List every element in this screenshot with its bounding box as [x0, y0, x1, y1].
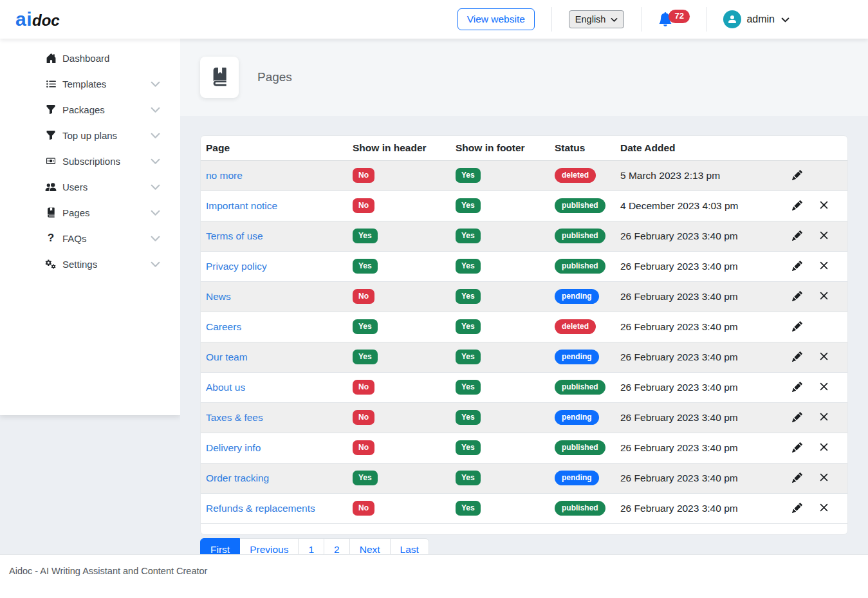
date-added: 26 February 2023 3:40 pm [615, 251, 786, 281]
sidebar-item-packages[interactable]: Packages [0, 97, 180, 122]
page-link[interactable]: Privacy policy [206, 261, 267, 272]
sidebar-item-dashboard[interactable]: Dashboard [0, 45, 180, 71]
sidebar-item-faqs[interactable]: ?FAQs [0, 225, 180, 251]
date-added: 26 February 2023 3:40 pm [615, 221, 786, 251]
edit-icon[interactable] [791, 441, 804, 454]
chevron-down-icon [150, 182, 161, 192]
pagination: FirstPrevious12NextLast [200, 538, 848, 555]
page-title: Pages [257, 70, 292, 84]
edit-icon[interactable] [791, 350, 804, 363]
status-badge: pending [555, 471, 599, 485]
pagination-next[interactable]: Next [349, 538, 391, 555]
delete-icon[interactable] [818, 381, 829, 392]
date-added: 26 February 2023 3:40 pm [615, 433, 786, 463]
pagination-previous[interactable]: Previous [239, 538, 299, 555]
date-added: 26 February 2023 3:40 pm [615, 342, 786, 372]
page-link[interactable]: Terms of use [206, 230, 263, 241]
show-in-header-badge: Yes [353, 229, 378, 243]
delete-icon[interactable] [818, 442, 829, 453]
page-link[interactable]: no more [206, 170, 243, 181]
show-in-header-badge: Yes [353, 471, 378, 485]
page-link[interactable]: Important notice [206, 200, 277, 211]
edit-icon[interactable] [791, 229, 804, 242]
person-icon [727, 14, 737, 24]
pagination-2[interactable]: 2 [324, 538, 350, 555]
status-badge: published [555, 380, 605, 394]
sidebar: DashboardTemplatesPackagesTop up plansSu… [0, 39, 180, 415]
edit-icon[interactable] [791, 411, 804, 424]
edit-icon[interactable] [791, 380, 804, 393]
edit-icon[interactable] [791, 290, 804, 303]
col-header-actions [786, 136, 813, 160]
book-icon [45, 207, 57, 218]
page-link[interactable]: Our team [206, 351, 248, 362]
date-added: 26 February 2023 3:40 pm [615, 493, 786, 523]
chevron-down-icon [150, 130, 161, 141]
pages-table: Page Show in header Show in footer Statu… [201, 136, 847, 524]
show-in-footer-badge: Yes [456, 501, 481, 515]
page-link[interactable]: Careers [206, 321, 241, 332]
delete-icon[interactable] [818, 230, 829, 241]
table-row: About us No Yes published 26 February 20… [201, 372, 847, 402]
notifications-button[interactable]: 72 [658, 12, 689, 26]
chevron-down-icon [611, 16, 618, 23]
date-added: 26 February 2023 3:40 pm [615, 372, 786, 402]
delete-icon[interactable] [818, 351, 829, 362]
status-badge: published [555, 198, 605, 212]
sidebar-item-label: Dashboard [62, 53, 109, 64]
users-icon [45, 181, 57, 192]
avatar [723, 10, 741, 28]
edit-icon[interactable] [791, 259, 804, 272]
date-added: 26 February 2023 3:40 pm [615, 463, 786, 493]
status-badge: pending [555, 289, 599, 303]
sidebar-item-settings[interactable]: Settings [0, 251, 180, 277]
sidebar-item-label: FAQs [62, 233, 87, 244]
funnel-icon [45, 104, 57, 115]
cash-icon [45, 155, 57, 167]
page-link[interactable]: About us [206, 382, 245, 393]
topbar-right: View website English 72 admin [457, 7, 790, 32]
show-in-footer-badge: Yes [456, 198, 481, 212]
table-row: Careers Yes Yes deleted 26 February 2023… [201, 312, 847, 342]
table-row: Our team Yes Yes pending 26 February 202… [201, 342, 847, 372]
pages-table-card: Page Show in header Show in footer Statu… [200, 135, 848, 535]
delete-icon[interactable] [818, 200, 829, 210]
pagination-last[interactable]: Last [390, 538, 429, 555]
app-logo[interactable]: aidoc [15, 8, 60, 30]
pagination-first[interactable]: First [200, 538, 240, 555]
delete-icon[interactable] [818, 290, 829, 301]
page-link[interactable]: Order tracking [206, 472, 269, 483]
edit-icon[interactable] [791, 471, 804, 484]
user-menu[interactable]: admin [723, 10, 790, 28]
view-website-button[interactable]: View website [457, 8, 535, 30]
sidebar-item-label: Subscriptions [62, 156, 120, 167]
edit-icon[interactable] [791, 169, 804, 182]
sidebar-item-subscriptions[interactable]: Subscriptions [0, 148, 180, 174]
edit-icon[interactable] [791, 320, 804, 333]
edit-icon[interactable] [791, 501, 804, 514]
date-added: 4 December 2023 4:03 pm [615, 191, 786, 221]
delete-icon[interactable] [818, 260, 829, 271]
language-select[interactable]: English [569, 10, 625, 28]
show-in-footer-badge: Yes [456, 289, 481, 303]
list-icon [45, 78, 57, 89]
page-link[interactable]: Delivery info [206, 442, 261, 453]
sidebar-item-templates[interactable]: Templates [0, 71, 180, 97]
delete-icon[interactable] [818, 502, 829, 513]
page-link[interactable]: Refunds & replacements [206, 503, 315, 514]
table-row: Refunds & replacements No Yes published … [201, 493, 847, 523]
page-link[interactable]: Taxes & fees [206, 412, 263, 423]
language-selected-value: English [575, 14, 606, 24]
sidebar-item-users[interactable]: Users [0, 174, 180, 200]
edit-icon[interactable] [791, 199, 804, 212]
sidebar-item-top-up-plans[interactable]: Top up plans [0, 122, 180, 148]
show-in-header-badge: No [353, 501, 374, 515]
delete-icon[interactable] [818, 411, 829, 422]
delete-icon[interactable] [818, 472, 829, 483]
table-row: Taxes & fees No Yes pending 26 February … [201, 402, 847, 433]
sidebar-item-pages[interactable]: Pages [0, 200, 180, 225]
sidebar-item-label: Templates [62, 79, 106, 89]
chevron-down-icon [150, 156, 161, 167]
pagination-1[interactable]: 1 [298, 538, 324, 555]
page-link[interactable]: News [206, 291, 231, 302]
